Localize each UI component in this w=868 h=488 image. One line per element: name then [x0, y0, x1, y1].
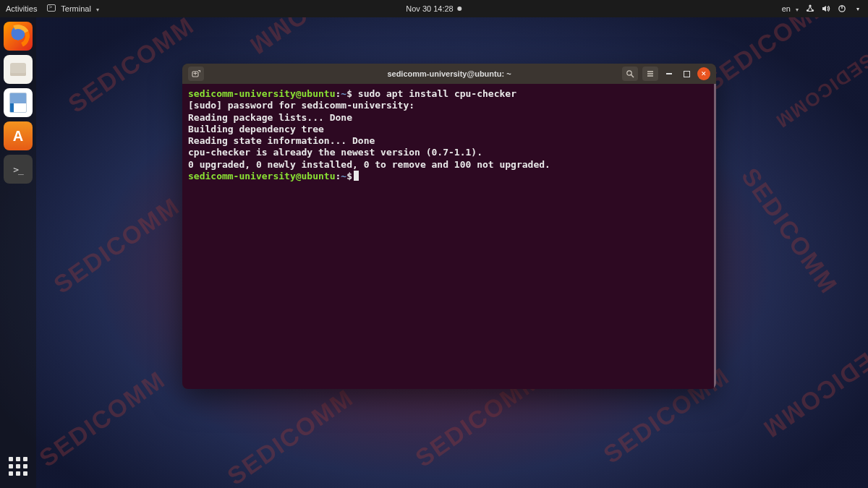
search-button[interactable]: [622, 67, 638, 81]
prompt-at: @: [296, 88, 302, 99]
prompt-at: @: [296, 171, 302, 181]
scrollbar[interactable]: [714, 84, 716, 389]
output-line: [sudo] password for sedicomm-university:: [188, 100, 414, 111]
window-title: sedicomm-university@ubuntu: ~: [387, 69, 511, 78]
terminal-icon: [47, 4, 56, 12]
prompt-user: sedicomm-university: [188, 171, 296, 181]
output-line: Reading state information... Done: [188, 135, 375, 146]
new-tab-button[interactable]: [188, 67, 204, 81]
prompt-sigil: $: [346, 88, 352, 99]
chevron-down-icon[interactable]: ▾: [854, 4, 862, 13]
show-applications-button[interactable]: [4, 452, 33, 481]
svg-point-8: [627, 71, 631, 75]
hamburger-menu-button[interactable]: [642, 67, 658, 81]
output-line: Building dependency tree: [188, 124, 324, 134]
minimize-button[interactable]: [663, 67, 676, 80]
cursor: [354, 171, 359, 181]
svg-rect-4: [841, 6, 842, 9]
output-line: 0 upgraded, 0 newly installed, 0 to remo…: [188, 159, 550, 170]
activities-button[interactable]: Activities: [6, 4, 37, 13]
terminal-output[interactable]: sedicomm-university@ubuntu:~$ sudo apt i…: [182, 84, 716, 389]
network-icon[interactable]: [806, 4, 814, 13]
close-button[interactable]: [697, 67, 710, 80]
notification-dot-icon: [458, 7, 462, 11]
top-panel: Activities Terminal Nov 30 14:28 en ▾: [0, 0, 868, 17]
input-source-button[interactable]: en: [782, 4, 799, 13]
dock-firefox[interactable]: [4, 22, 33, 51]
prompt-host: ubuntu: [302, 171, 336, 181]
power-icon[interactable]: [838, 4, 846, 13]
prompt-user: sedicomm-university: [188, 88, 296, 99]
clock-button[interactable]: Nov 30 14:28: [406, 4, 461, 13]
titlebar[interactable]: sedicomm-university@ubuntu: ~: [182, 64, 716, 84]
app-menu-label: Terminal: [61, 4, 91, 13]
command-line-1: sudo apt install cpu-checker: [358, 88, 516, 99]
dock-libreoffice-writer[interactable]: [4, 88, 33, 117]
desktop: SEDICOMM SEDICOMM SEDICOMM SEDICOMM SEDI…: [0, 0, 868, 488]
menu-icon: [646, 69, 655, 78]
prompt-sigil: $: [346, 171, 352, 181]
dock-files[interactable]: [4, 55, 33, 84]
terminal-window: sedicomm-university@ubuntu: ~ sedicomm-u…: [182, 64, 716, 389]
new-tab-icon: [192, 69, 200, 78]
prompt-path: ~: [341, 88, 346, 99]
dock-ubuntu-software[interactable]: [4, 121, 33, 150]
prompt-path: ~: [341, 171, 346, 181]
output-line: Reading package lists... Done: [188, 112, 352, 123]
search-icon: [626, 69, 634, 78]
svg-point-0: [809, 5, 811, 7]
volume-icon[interactable]: [822, 4, 830, 13]
maximize-button[interactable]: [680, 67, 693, 80]
output-line: cpu-checker is already the newest versio…: [188, 147, 482, 158]
svg-rect-7: [195, 72, 196, 75]
input-source-label: en: [782, 4, 791, 13]
prompt-host: ubuntu: [302, 88, 336, 99]
clock-label: Nov 30 14:28: [406, 4, 453, 13]
dock-terminal[interactable]: [4, 155, 33, 184]
app-menu-button[interactable]: Terminal: [47, 4, 99, 13]
dock: [0, 17, 36, 488]
